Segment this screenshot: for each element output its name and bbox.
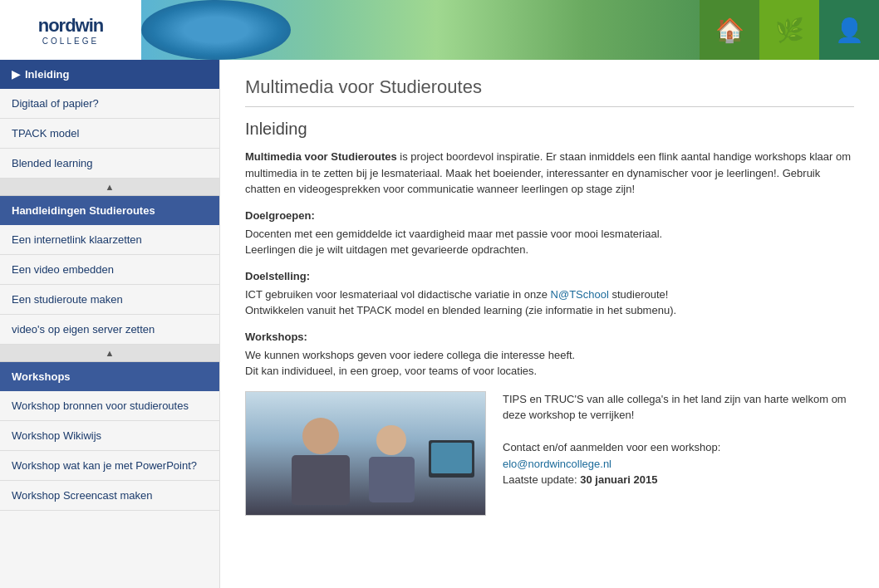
doelgroepen-text: Docenten met een gemiddelde ict vaardigh… [245,226,854,258]
svg-rect-2 [292,455,350,505]
inleiding-arrow: ▶ [12,68,20,81]
page-title: Multimedia voor Studieroutes [245,76,854,107]
header-banner: 🏠 🌿 👤 [141,0,879,60]
sidebar-item-internetlink[interactable]: Een internetlink klaarzetten [0,225,219,255]
bottom-section: TIPS en TRUC'S van alle collega's in het… [245,391,854,516]
logo-sub: COLLEGE [38,37,104,46]
eco-icon-box[interactable]: 🌿 [759,0,819,60]
svg-rect-4 [369,457,415,502]
natschool-link[interactable]: N@TSchool [551,288,609,301]
tips-text: TIPS en TRUC'S van alle collega's in het… [503,391,854,424]
sidebar-item-digitaal[interactable]: Digitaal of papier? [0,89,219,119]
sidebar-section-inleiding[interactable]: ▶ Inleiding [0,60,219,89]
sidebar-item-workshop-wikiwijs[interactable]: Workshop Wikiwijs [0,421,219,451]
svg-rect-6 [431,443,472,473]
sidebar-section-workshops[interactable]: Workshops [0,362,219,391]
sidebar-item-workshop-screencast[interactable]: Workshop Screencast maken [0,481,219,511]
page-container: ▶ Inleiding Digitaal of papier? TPACK mo… [0,60,879,588]
contact-label: Contact en/of aanmelden voor een worksho… [503,439,854,456]
svg-point-1 [302,418,339,454]
email-link[interactable]: elo@nordwincollege.nl [503,458,611,470]
update-date: 30 januari 2015 [580,473,657,486]
sidebar: ▶ Inleiding Digitaal of papier? TPACK mo… [0,60,220,588]
sidebar-item-studieroute[interactable]: Een studieroute maken [0,285,219,315]
workshops-title: Workshops: [245,331,854,343]
photo-placeholder [245,391,486,516]
sidebar-item-video-embed[interactable]: Een video embedden [0,255,219,285]
doelstelling-text: ICT gebruiken voor lesmateriaal vol dida… [245,287,854,319]
sidebar-item-workshop-bronnen[interactable]: Workshop bronnen voor studieroutes [0,391,219,421]
sidebar-item-workshop-powerpoint[interactable]: Workshop wat kan je met PowerPoint? [0,451,219,481]
workshops-label: Workshops [12,370,71,383]
sidebar-item-videos-server[interactable]: video's op eigen server zetten [0,315,219,345]
sidebar-item-tpack[interactable]: TPACK model [0,119,219,149]
doelgroepen-title: Doelgroepen: [245,209,854,222]
update-label: Laatste update: [503,473,577,486]
header-icon-group: 🏠 🌿 👤 [700,0,879,60]
tips-box: TIPS en TRUC'S van alle collega's in het… [503,391,854,516]
person-icon-box[interactable]: 👤 [819,0,879,60]
inleiding-collapse[interactable]: ▲ [0,179,219,196]
photo-content [246,392,485,515]
section-title: Inleiding [245,120,854,139]
logo: nordwin COLLEGE [0,0,141,60]
inleiding-label: Inleiding [25,68,69,81]
logo-name: nordwin [38,15,104,37]
main-content: Multimedia voor Studieroutes Inleiding M… [220,60,879,588]
intro-bold: Multimedia voor Studieroutes [245,150,397,163]
handleidingen-collapse[interactable]: ▲ [0,345,219,362]
home-icon-box[interactable]: 🏠 [700,0,759,60]
sidebar-section-handleidingen[interactable]: Handleidingen Studieroutes [0,196,219,225]
intro-paragraph: Multimedia voor Studieroutes is project … [245,149,854,198]
header: nordwin COLLEGE 🏠 🌿 👤 [0,0,879,60]
handleidingen-label: Handleidingen Studieroutes [12,204,155,217]
svg-point-3 [376,425,406,455]
doelstelling-title: Doelstelling: [245,270,854,282]
sidebar-item-blended[interactable]: Blended learning [0,149,219,179]
workshops-text: We kunnen workshops geven voor iedere co… [245,347,854,380]
eye-decoration [141,0,291,60]
